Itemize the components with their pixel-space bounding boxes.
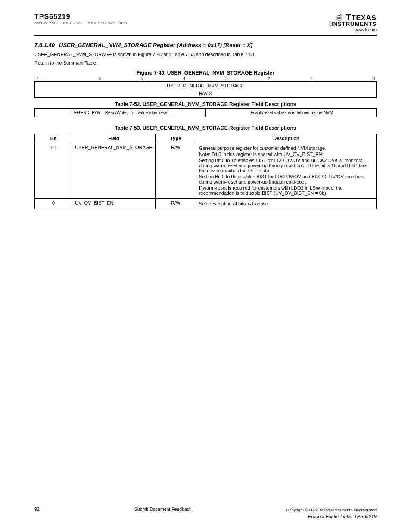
t53-hdr-desc: Description [196,134,376,143]
submit-feedback-link[interactable]: Submit Document Feedback [134,507,191,512]
bit-4: 4 [163,76,206,81]
doc-revision: SWCS185C – JULY 2022 – REVISED MAY 2023 [34,21,127,25]
t53-r0-bit: 7-1 [35,143,72,199]
figure-7-40-caption: Figure 7-40. USER_GENERAL_NVM_STORAGE Re… [34,70,377,76]
t53-r1-desc: See description of bits 7-1 above. [196,199,376,209]
t53-hdr-field: Field [72,134,156,143]
section-para-1: USER_GENERAL_NVM_STORAGE is shown in Fig… [34,52,377,57]
section-heading: 7.6.1.40 USER_GENERAL_NVM_STORAGE Regist… [34,42,377,48]
figure-7-40-register: 7 6 5 4 3 2 1 0 USER_GENERAL_NVM_STORAGE… [34,76,377,98]
page-header: TPS65219 SWCS185C – JULY 2022 – REVISED … [34,13,377,32]
header-rule [34,35,377,36]
t53-hdr-bit: Bit [35,134,72,143]
part-number: TPS65219 [34,13,127,21]
bit-0: 0 [333,76,377,81]
section-return-link: Return to the Summary Table. [34,60,377,65]
register-field-name: USER_GENERAL_NVM_STORAGE [34,81,377,90]
t53-r0-desc: General purpose register for customer de… [196,143,376,199]
logo-text-bottom: INSTRUMENTS [331,21,377,27]
t53-r0-d4: If warm-reset is required for customers … [199,185,374,196]
bit-3: 3 [206,76,248,81]
p1a: USER_GENERAL_NVM_STORAGE is shown in [34,52,138,57]
link-figure-7-40[interactable]: Figure 7-40 [138,52,162,57]
t53-r0-d2: Setting Bit 0 to 1b enables BIST for LDO… [199,158,374,173]
table-row: 7-1 USER_GENERAL_NVM_STORAGE R/W General… [35,143,377,199]
p1d: . [255,52,257,57]
t53-r1-d0: See description of bits 7-1 above. [199,201,374,206]
t53-r1-field: UV_OV_BIST_EN [72,199,156,209]
page-number: 92 [34,507,40,512]
ti-url[interactable]: www.ti.com [355,28,377,32]
section-title: USER_GENERAL_NVM_STORAGE Register (Addre… [59,42,252,48]
t53-r0-d1: Note: Bit 0 in this register is shared w… [199,152,374,157]
p1c: and described in [196,52,232,57]
table-7-52-caption: Table 7-52. USER_GENERAL_NVM_STORAGE Reg… [34,101,377,107]
link-table-7-53-a[interactable]: Table 7-53 [173,52,195,57]
t53-hdr-type: Type [155,134,196,143]
page-footer: 92 Submit Document Feedback Copyright © … [34,501,377,520]
t53-r1-bit: 0 [35,199,72,209]
table-7-52: LEGEND: R/W = Read/Write; -n = value aft… [34,108,377,117]
bit-5: 5 [121,76,163,81]
bit-2: 2 [248,76,290,81]
bit-6: 6 [78,76,121,81]
t52-legend-left: LEGEND: R/W = Read/Write; -n = value aft… [35,109,206,117]
return-summary-link[interactable]: Return to the Summary Table. [34,60,97,65]
t53-r1-type: R/W [155,199,196,209]
link-table-7-53-b[interactable]: Table 7-53 [232,52,254,57]
t53-r0-d3: Setting Bit 0 to 0b disables BIST for LD… [199,174,374,184]
table-7-53-caption: Table 7-53. USER_GENERAL_NVM_STORAGE Reg… [34,125,377,131]
t53-r0-field: USER_GENERAL_NVM_STORAGE [72,143,156,199]
footer-rule [34,504,377,504]
ti-chip-icon [335,14,343,22]
product-folder-links: Product Folder Links: TPS65219 [34,514,377,519]
bit-7: 7 [34,76,78,81]
bit-1: 1 [290,76,333,81]
copyright: Copyright © 2023 Texas Instruments Incor… [286,507,377,512]
section-number: 7.6.1.40 [34,42,55,48]
t52-legend-right: Default/reset values are defined by the … [206,109,377,117]
table-row: 0 UV_OV_BIST_EN R/W See description of b… [35,199,377,209]
t53-r0-d0: General purpose register for customer de… [199,146,374,151]
t53-r0-type: R/W [155,143,196,199]
p1b: and [163,52,172,57]
table-7-53: Bit Field Type Description 7-1 USER_GENE… [34,134,377,209]
ti-logo: TTEXAS IINSTRUMENTS www.ti.com [329,13,377,32]
register-rw: R/W-X [34,90,377,98]
